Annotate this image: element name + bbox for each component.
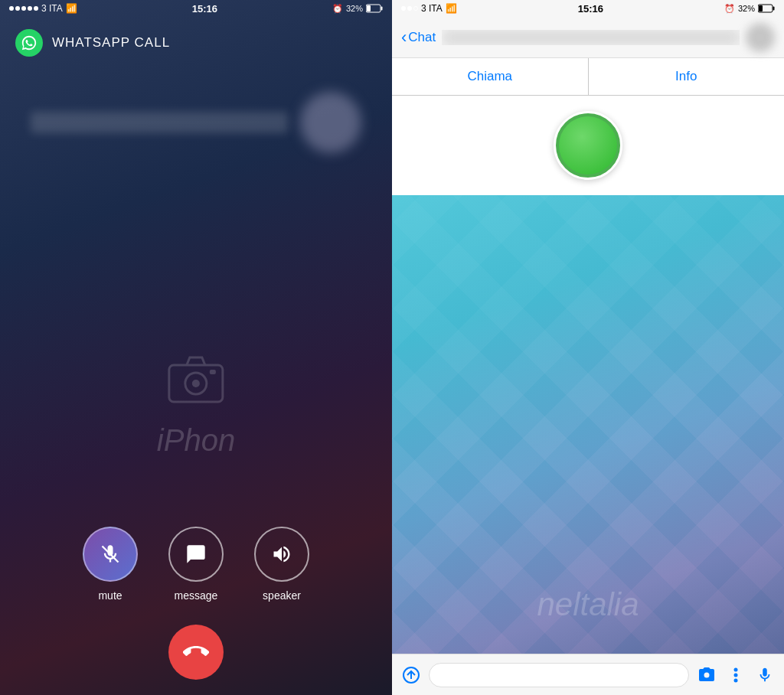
left-carrier: 3 ITA xyxy=(41,3,63,14)
profile-avatar-inner xyxy=(559,116,617,175)
right-status-bar: 3 ITA 📶 15:16 ⏰ 32% xyxy=(392,0,784,17)
message-button[interactable]: message xyxy=(168,527,224,602)
mute-circle xyxy=(83,527,138,582)
whatsapp-call-panel: 3 ITA 📶 15:16 ⏰ 32% WHATSAPP CALL xyxy=(0,0,392,695)
watermark-text: iPhon xyxy=(157,423,235,458)
whatsapp-call-title: WHATSAPP CALL xyxy=(52,35,170,51)
message-input-bar xyxy=(392,654,784,695)
mute-label: mute xyxy=(98,589,122,602)
contact-profile-area xyxy=(392,96,784,195)
info-button[interactable]: Info xyxy=(589,58,785,95)
camera-watermark-icon xyxy=(165,350,227,423)
back-label: Chat xyxy=(408,30,436,45)
message-circle xyxy=(168,527,224,582)
dot-2 xyxy=(15,6,20,11)
message-label: message xyxy=(175,589,218,602)
call-controls: mute message speaker xyxy=(0,504,392,695)
dot-3 xyxy=(21,6,26,11)
action-buttons-row: Chiama Info xyxy=(392,58,784,96)
speaker-circle xyxy=(254,527,309,582)
left-status-right: ⏰ 32% xyxy=(332,4,383,14)
back-button[interactable]: ‹ Chat xyxy=(401,29,436,46)
right-status-left: 3 ITA 📶 xyxy=(401,3,457,14)
alarm-icon: ⏰ xyxy=(332,4,343,14)
message-input[interactable] xyxy=(429,663,689,687)
left-wifi-icon: 📶 xyxy=(66,3,77,14)
whatsapp-icon xyxy=(15,29,43,57)
right-battery: 32% xyxy=(738,4,755,13)
right-wifi-icon: 📶 xyxy=(446,3,457,14)
chiama-button[interactable]: Chiama xyxy=(392,58,589,95)
svg-point-4 xyxy=(185,373,207,394)
r-dot-3 xyxy=(413,6,418,11)
caller-avatar xyxy=(300,92,361,153)
speaker-button[interactable]: speaker xyxy=(254,527,309,602)
right-time: 15:16 xyxy=(578,3,603,15)
dot-5 xyxy=(34,6,38,11)
r-dot-2 xyxy=(407,6,412,11)
battery-icon-left xyxy=(366,4,383,13)
svg-rect-3 xyxy=(169,365,223,402)
chat-bg-overlay xyxy=(392,195,784,654)
mute-button[interactable]: mute xyxy=(83,527,138,602)
svg-point-12 xyxy=(734,667,738,671)
speaker-label: speaker xyxy=(263,589,301,602)
chat-background: neltalia xyxy=(392,195,784,654)
profile-avatar-large xyxy=(554,111,622,180)
left-status-bar: 3 ITA 📶 15:16 ⏰ 32% xyxy=(0,0,392,17)
microphone-button[interactable] xyxy=(753,664,776,687)
caller-info xyxy=(15,92,377,153)
right-status-right: ⏰ 32% xyxy=(724,4,775,14)
svg-rect-10 xyxy=(759,5,763,11)
contact-info-header xyxy=(442,30,740,45)
svg-point-13 xyxy=(734,673,738,677)
chat-header: ‹ Chat xyxy=(392,17,784,58)
chat-panel: 3 ITA 📶 15:16 ⏰ 32% ‹ Chat Chiama Info xyxy=(392,0,784,695)
dot-1 xyxy=(9,6,14,11)
svg-rect-6 xyxy=(210,370,216,374)
svg-rect-2 xyxy=(367,5,371,11)
r-dot-1 xyxy=(401,6,406,11)
upload-button[interactable] xyxy=(400,664,423,687)
battery-icon-right xyxy=(758,4,775,13)
left-battery: 32% xyxy=(346,4,363,13)
dot-4 xyxy=(28,6,32,11)
caller-section: iPhon xyxy=(0,69,392,504)
end-call-button[interactable] xyxy=(168,625,224,680)
more-options-button[interactable] xyxy=(724,664,747,687)
signal-dots xyxy=(9,6,38,11)
contact-avatar-small xyxy=(746,23,775,52)
right-carrier: 3 ITA xyxy=(421,3,443,14)
contact-name-blurred xyxy=(442,30,740,45)
right-alarm-icon: ⏰ xyxy=(724,4,735,14)
svg-rect-1 xyxy=(381,7,382,11)
back-chevron-icon: ‹ xyxy=(401,29,407,46)
caller-name-blurred xyxy=(31,112,288,133)
left-time: 15:16 xyxy=(192,3,217,15)
svg-point-14 xyxy=(734,678,738,682)
left-watermark: iPhon xyxy=(157,350,235,458)
svg-rect-9 xyxy=(773,7,774,11)
right-signal-dots xyxy=(401,6,418,11)
control-buttons: mute message speaker xyxy=(83,527,309,602)
left-status-left: 3 ITA 📶 xyxy=(9,3,77,14)
whatsapp-header: WHATSAPP CALL xyxy=(0,17,392,69)
svg-point-5 xyxy=(192,380,200,387)
camera-button[interactable] xyxy=(695,664,718,687)
